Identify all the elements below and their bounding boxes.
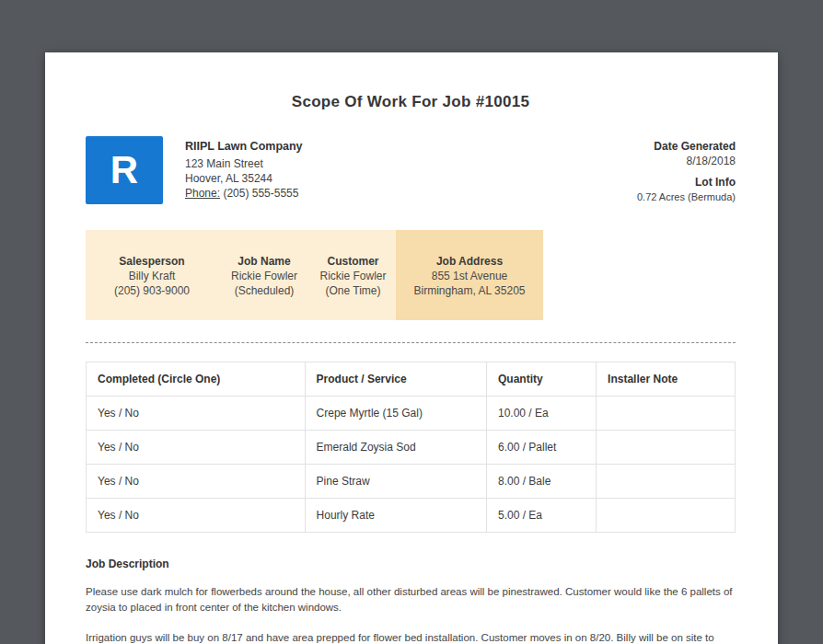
job-summary-banner: Salesperson Billy Kraft (205) 903-9000 J… [86,230,543,320]
job-description-paragraph-1: Please use dark mulch for flowerbeds aro… [86,584,736,616]
summary-col-customer: Customer Rickie Fowler (One Time) [310,230,396,320]
phone-label: Phone: [185,187,220,200]
cell-installer-note [597,431,736,465]
job-address-line2: Birmingham, AL 35205 [400,283,539,298]
summary-col-job-address: Job Address 855 1st Avenue Birmingham, A… [396,230,543,320]
company-address-line2: Hoover, AL 35244 [185,171,303,186]
table-row: Yes / No Emerald Zoysia Sod 6.00 / Palle… [87,431,736,465]
job-description-heading: Job Description [86,558,736,570]
customer-name: Rickie Fowler [314,269,392,283]
salesperson-label: Salesperson [89,254,214,269]
cell-completed: Yes / No [87,499,306,533]
document-page: Scope Of Work For Job #10015 R RIIPL Law… [45,52,778,644]
summary-col-salesperson: Salesperson Billy Kraft (205) 903-9000 [86,230,218,320]
cell-product: Emerald Zoysia Sod [305,431,486,465]
cell-product: Hourly Rate [305,499,486,533]
cell-quantity: 6.00 / Pallet [486,431,596,465]
header-product-service: Product / Service [305,362,486,397]
cell-installer-note [597,465,736,499]
company-logo-letter: R [110,151,138,190]
cell-installer-note [597,397,736,431]
cell-completed: Yes / No [87,397,306,431]
company-logo: R [86,136,163,204]
job-name-status: (Scheduled) [222,283,307,298]
customer-label: Customer [314,254,392,269]
document-meta: Date Generated 8/18/2018 Lot Info 0.72 A… [637,136,736,204]
table-row: Yes / No Crepe Myrtle (15 Gal) 10.00 / E… [87,397,736,431]
document-header: R RIIPL Lawn Company 123 Main Street Hoo… [86,136,736,204]
table-row: Yes / No Hourly Rate 5.00 / Ea [87,499,736,533]
dashed-divider [86,342,736,343]
work-items-table: Completed (Circle One) Product / Service… [86,362,736,533]
salesperson-name: Billy Kraft [89,269,214,283]
company-name: RIIPL Lawn Company [185,139,303,154]
job-name-label: Job Name [222,254,307,269]
customer-type: (One Time) [314,283,392,298]
table-row: Yes / No Pine Straw 8.00 / Bale [87,465,736,499]
cell-quantity: 5.00 / Ea [486,499,596,533]
header-quantity: Quantity [486,362,596,397]
table-header-row: Completed (Circle One) Product / Service… [87,362,736,397]
job-address-line1: 855 1st Avenue [400,269,539,283]
job-name-value: Rickie Fowler [222,269,307,283]
job-address-label: Job Address [400,254,539,269]
job-description-paragraph-2: Irrigation guys will be buy on 8/17 and … [86,630,736,644]
salesperson-phone: (205) 903-9000 [89,283,214,298]
cell-installer-note [597,499,736,533]
lot-info-label: Lot Info [637,175,736,190]
phone-value: (205) 555-5555 [220,187,298,200]
company-phone: Phone: (205) 555-5555 [185,186,303,201]
lot-info-value: 0.72 Acres (Bermuda) [637,190,736,204]
summary-col-job-name: Job Name Rickie Fowler (Scheduled) [218,230,310,320]
cell-quantity: 8.00 / Bale [486,465,596,499]
header-completed: Completed (Circle One) [87,362,306,397]
header-installer-note: Installer Note [597,362,736,397]
cell-product: Pine Straw [305,465,486,499]
cell-quantity: 10.00 / Ea [486,397,596,431]
date-generated-label: Date Generated [637,139,736,154]
company-info: RIIPL Lawn Company 123 Main Street Hoove… [185,136,303,201]
cell-product: Crepe Myrtle (15 Gal) [305,397,486,431]
company-address-line1: 123 Main Street [185,156,303,171]
page-title: Scope Of Work For Job #10015 [86,93,736,111]
cell-completed: Yes / No [87,431,306,465]
cell-completed: Yes / No [87,465,306,499]
date-generated-value: 8/18/2018 [637,154,736,168]
